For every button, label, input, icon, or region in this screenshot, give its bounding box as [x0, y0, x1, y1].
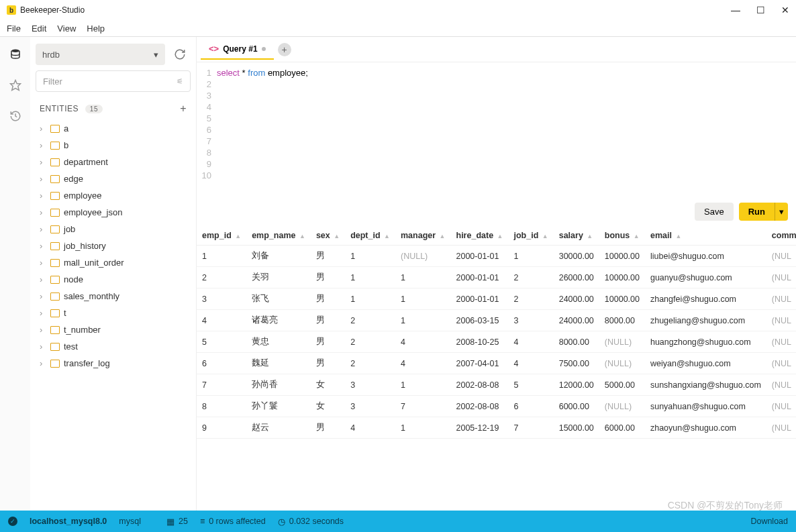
results-table[interactable]: emp_id ▲emp_name ▲sex ▲dept_id ▲manager … — [197, 226, 796, 511]
cell-bonus[interactable]: 10000.00 — [599, 288, 645, 310]
database-icon[interactable] — [7, 46, 23, 62]
cell-comment[interactable]: (NUL — [766, 267, 796, 288]
filter-input[interactable]: Filter ⚟ — [36, 70, 191, 92]
cell-bonus[interactable]: 5000.00 — [599, 374, 645, 396]
cell-emp_name[interactable]: 刘备 — [246, 246, 311, 267]
cell-comment[interactable]: (NUL — [766, 310, 796, 331]
cell-email[interactable]: sunyahuan@shuguo.com — [645, 396, 766, 417]
cell-hire_date[interactable]: 2005-12-19 — [451, 417, 509, 439]
cell-hire_date[interactable]: 2008-10-25 — [451, 331, 509, 353]
cell-sex[interactable]: 女 — [311, 374, 345, 396]
editor-code[interactable]: select * from employee; — [217, 68, 796, 191]
cell-hire_date[interactable]: 2000-01-01 — [451, 267, 509, 288]
history-icon[interactable] — [7, 108, 23, 124]
cell-hire_date[interactable]: 2002-08-08 — [451, 396, 509, 417]
cell-manager[interactable]: (NULL) — [395, 246, 451, 267]
cell-comment[interactable]: (NUL — [766, 288, 796, 310]
cell-manager[interactable]: 1 — [395, 267, 451, 288]
table-row[interactable]: 9赵云男412005-12-19715000.006000.00zhaoyun@… — [197, 417, 796, 439]
cell-bonus[interactable]: (NULL) — [599, 353, 645, 374]
column-hire_date[interactable]: hire_date ▲ — [451, 226, 509, 246]
cell-job_id[interactable]: 3 — [508, 310, 553, 331]
cell-salary[interactable]: 24000.00 — [554, 288, 599, 310]
cell-comment[interactable]: (NUL — [766, 374, 796, 396]
entity-test[interactable]: ›test — [36, 338, 191, 355]
cell-emp_name[interactable]: 孙丫鬟 — [246, 396, 311, 417]
menu-edit[interactable]: Edit — [32, 23, 46, 34]
cell-dept_id[interactable]: 3 — [345, 374, 395, 396]
menu-view[interactable]: View — [57, 23, 76, 34]
cell-sex[interactable]: 男 — [311, 288, 345, 310]
cell-emp_id[interactable]: 2 — [197, 267, 246, 288]
entity-employee[interactable]: ›employee — [36, 187, 191, 204]
cell-job_id[interactable]: 7 — [508, 417, 553, 439]
cell-job_id[interactable]: 4 — [508, 353, 553, 374]
cell-email[interactable]: zhaoyun@shuguo.com — [645, 417, 766, 439]
column-bonus[interactable]: bonus ▲ — [599, 226, 645, 246]
run-button[interactable]: Run — [739, 203, 775, 221]
cell-email[interactable]: zhugeliang@shuguo.com — [645, 310, 766, 331]
star-icon[interactable] — [7, 77, 23, 93]
cell-emp_id[interactable]: 3 — [197, 288, 246, 310]
status-connection[interactable]: localhost_mysql8.0 — [30, 517, 107, 526]
download-button[interactable]: Download — [750, 517, 788, 526]
menu-help[interactable]: Help — [87, 23, 105, 34]
entity-mall_unit_order[interactable]: ›mall_unit_order — [36, 254, 191, 271]
cell-manager[interactable]: 1 — [395, 288, 451, 310]
cell-manager[interactable]: 1 — [395, 374, 451, 396]
entity-node[interactable]: ›node — [36, 271, 191, 288]
cell-manager[interactable]: 4 — [395, 353, 451, 374]
table-row[interactable]: 1刘备男1(NULL)2000-01-01130000.0010000.00li… — [197, 246, 796, 267]
cell-dept_id[interactable]: 2 — [345, 310, 395, 331]
cell-sex[interactable]: 男 — [311, 417, 345, 439]
table-row[interactable]: 2关羽男112000-01-01226000.0010000.00guanyu@… — [197, 267, 796, 288]
column-emp_id[interactable]: emp_id ▲ — [197, 226, 246, 246]
cell-manager[interactable]: 4 — [395, 331, 451, 353]
close-button[interactable]: ✕ — [781, 5, 789, 15]
cell-job_id[interactable]: 2 — [508, 288, 553, 310]
cell-hire_date[interactable]: 2000-01-01 — [451, 288, 509, 310]
cell-email[interactable]: huangzhong@shuguo.com — [645, 331, 766, 353]
table-row[interactable]: 8孙丫鬟女372002-08-0866000.00(NULL)sunyahuan… — [197, 396, 796, 417]
cell-hire_date[interactable]: 2002-08-08 — [451, 374, 509, 396]
cell-bonus[interactable]: (NULL) — [599, 396, 645, 417]
cell-email[interactable]: sunshangxiang@shuguo.com — [645, 374, 766, 396]
table-row[interactable]: 3张飞男112000-01-01224000.0010000.00zhangfe… — [197, 288, 796, 310]
add-tab-button[interactable]: + — [278, 43, 291, 56]
cell-salary[interactable]: 26000.00 — [554, 267, 599, 288]
column-sex[interactable]: sex ▲ — [311, 226, 345, 246]
cell-salary[interactable]: 7500.00 — [554, 353, 599, 374]
cell-job_id[interactable]: 2 — [508, 267, 553, 288]
cell-emp_id[interactable]: 1 — [197, 246, 246, 267]
cell-comment[interactable]: (NUL — [766, 417, 796, 439]
cell-email[interactable]: zhangfei@shuguo.com — [645, 288, 766, 310]
cell-emp_id[interactable]: 8 — [197, 396, 246, 417]
cell-emp_id[interactable]: 4 — [197, 310, 246, 331]
cell-emp_name[interactable]: 孙尚香 — [246, 374, 311, 396]
cell-sex[interactable]: 男 — [311, 246, 345, 267]
cell-emp_name[interactable]: 关羽 — [246, 267, 311, 288]
cell-dept_id[interactable]: 2 — [345, 353, 395, 374]
cell-dept_id[interactable]: 1 — [345, 288, 395, 310]
run-dropdown-button[interactable]: ▾ — [775, 203, 788, 221]
table-row[interactable]: 7孙尚香女312002-08-08512000.005000.00sunshan… — [197, 374, 796, 396]
database-select[interactable]: hrdb ▾ — [36, 44, 165, 65]
cell-dept_id[interactable]: 3 — [345, 396, 395, 417]
cell-sex[interactable]: 女 — [311, 396, 345, 417]
entity-a[interactable]: ›a — [36, 120, 191, 137]
cell-manager[interactable]: 1 — [395, 417, 451, 439]
entity-sales_monthly[interactable]: ›sales_monthly — [36, 288, 191, 305]
cell-salary[interactable]: 8000.00 — [554, 331, 599, 353]
cell-email[interactable]: weiyan@shuguo.com — [645, 353, 766, 374]
cell-job_id[interactable]: 4 — [508, 331, 553, 353]
column-email[interactable]: email ▲ — [645, 226, 766, 246]
cell-comment[interactable]: (NUL — [766, 331, 796, 353]
maximize-button[interactable]: ☐ — [756, 5, 765, 15]
cell-dept_id[interactable]: 4 — [345, 417, 395, 439]
column-emp_name[interactable]: emp_name ▲ — [246, 226, 311, 246]
cell-comment[interactable]: (NUL — [766, 246, 796, 267]
cell-sex[interactable]: 男 — [311, 267, 345, 288]
column-salary[interactable]: salary ▲ — [554, 226, 599, 246]
cell-emp_name[interactable]: 黄忠 — [246, 331, 311, 353]
refresh-button[interactable] — [169, 44, 191, 65]
